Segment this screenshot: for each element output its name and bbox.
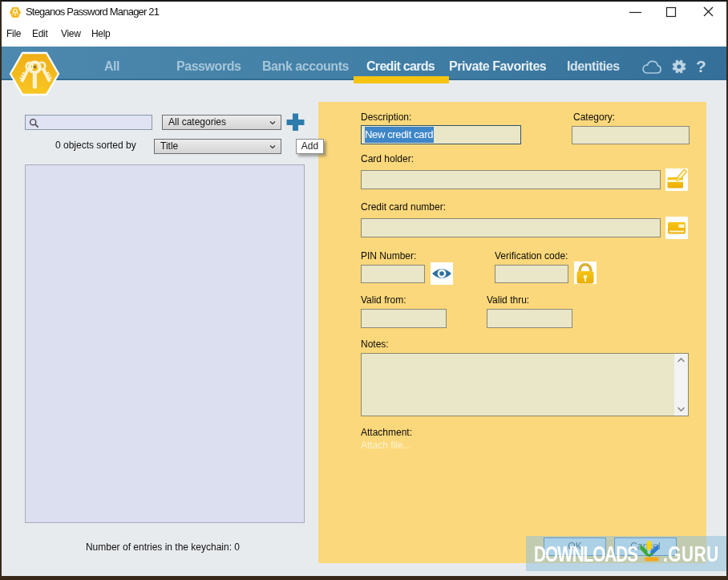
svg-text:DOWNLOADS: DOWNLOADS	[534, 541, 638, 566]
svg-text:?: ?	[696, 57, 706, 75]
svg-text:.GURU: .GURU	[663, 541, 718, 566]
